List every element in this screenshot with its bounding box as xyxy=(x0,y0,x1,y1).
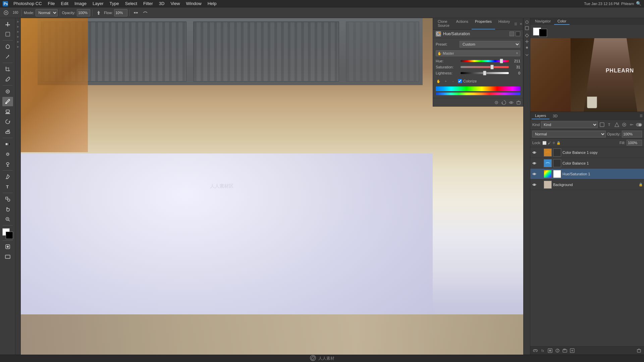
layers-menu-icon[interactable]: ☰ xyxy=(640,114,643,118)
panel-clip-icon[interactable] xyxy=(493,100,499,106)
panel-delete-icon[interactable] xyxy=(516,100,522,106)
eyedropper-3-icon[interactable]: - xyxy=(450,78,456,84)
tab-actions[interactable]: Actions xyxy=(453,18,472,29)
text-tool[interactable]: T xyxy=(2,182,13,191)
saturation-thumb[interactable] xyxy=(490,65,494,69)
opacity-input[interactable] xyxy=(77,9,90,16)
panel-close-icon[interactable]: ✕ xyxy=(519,21,523,26)
menu-layer[interactable]: Layer xyxy=(90,0,106,7)
lock-image-icon[interactable]: 🖌 xyxy=(548,141,551,145)
color-spectrum-bar[interactable] xyxy=(436,86,520,91)
lock-position-icon[interactable]: ✛ xyxy=(552,141,555,145)
eraser-tool[interactable] xyxy=(2,127,13,136)
menu-help[interactable]: Help xyxy=(205,0,219,7)
mode-select[interactable]: Normal xyxy=(36,9,58,16)
layers-new-btn[interactable] xyxy=(569,348,575,354)
layer-visibility-hue-sat[interactable] xyxy=(532,171,537,177)
saturation-slider[interactable] xyxy=(461,66,509,68)
menu-type[interactable]: Type xyxy=(107,0,122,7)
tool-icon-heal[interactable] xyxy=(2,9,10,17)
layer-filter-type[interactable]: T xyxy=(606,122,612,128)
tab-properties[interactable]: Properties xyxy=(472,18,495,29)
tab-history[interactable]: History xyxy=(495,18,513,29)
menu-3d[interactable]: 3D xyxy=(156,0,167,7)
layer-filter-toggle[interactable] xyxy=(636,122,642,128)
side-btn-4[interactable]: ▶ xyxy=(16,35,20,39)
channel-select-area[interactable]: ✋ Master ▼ xyxy=(436,50,520,56)
eyedropper-1-icon[interactable]: ✋ xyxy=(436,78,441,84)
flow-input[interactable] xyxy=(114,9,127,16)
layer-filter-pixel[interactable] xyxy=(599,122,605,128)
lasso-tool[interactable] xyxy=(2,42,13,51)
selection-tool[interactable] xyxy=(2,29,13,39)
lock-all-icon[interactable]: 🔒 xyxy=(556,141,560,145)
layer-visibility-cb[interactable] xyxy=(532,161,537,166)
side-btn-2[interactable]: ▶ xyxy=(16,24,20,28)
layers-link-icon[interactable] xyxy=(532,348,538,354)
strip-btn-3[interactable] xyxy=(524,33,530,38)
menu-filter[interactable]: Filter xyxy=(141,0,156,7)
layer-filter-smart[interactable] xyxy=(621,122,627,128)
brush-tool[interactable] xyxy=(2,97,13,106)
eyedropper-2-icon[interactable]: + xyxy=(443,78,448,84)
airbrush-icon[interactable] xyxy=(95,9,103,17)
side-btn-6[interactable]: ▶ xyxy=(16,45,20,49)
hand-tool[interactable] xyxy=(2,204,13,214)
dodge-tool[interactable] xyxy=(2,160,13,169)
layer-item-cb[interactable]: Color Balance 1 xyxy=(530,158,644,169)
strip-btn-2[interactable] xyxy=(524,25,530,31)
zoom-tool[interactable] xyxy=(2,215,13,224)
tab-color[interactable]: Color xyxy=(554,18,570,25)
preset-select[interactable]: Custom xyxy=(460,41,520,48)
hue-thumb[interactable] xyxy=(500,59,503,63)
layers-adjustment-btn[interactable] xyxy=(554,348,560,354)
layer-visibility-cb-copy[interactable] xyxy=(532,150,537,155)
eyedropper-tool[interactable] xyxy=(2,74,13,84)
kind-select[interactable]: Kind xyxy=(541,121,598,128)
layers-mask-btn[interactable] xyxy=(547,348,553,354)
panel-prev-icon[interactable] xyxy=(501,100,507,106)
panel-mask-btn[interactable] xyxy=(509,32,514,36)
layer-item-cb-copy[interactable]: Color Balance 1 copy xyxy=(530,147,644,158)
colorize-checkbox[interactable] xyxy=(458,79,462,83)
tab-layers[interactable]: Layers xyxy=(532,113,549,119)
panel-alt-btn[interactable] xyxy=(516,32,520,36)
background-color[interactable] xyxy=(6,232,13,239)
move-tool[interactable] xyxy=(2,19,13,29)
strip-btn-1[interactable] xyxy=(524,19,530,25)
strip-btn-4[interactable] xyxy=(524,39,530,44)
fill-input[interactable] xyxy=(627,140,642,146)
color-swatches[interactable] xyxy=(2,228,13,239)
lock-transparent-icon[interactable]: ⬜ xyxy=(542,141,546,145)
menu-view[interactable]: View xyxy=(168,0,182,7)
quick-mask-btn[interactable] xyxy=(2,242,13,251)
crop-tool[interactable] xyxy=(2,64,13,74)
stamp-tool[interactable] xyxy=(2,107,13,116)
layer-item-hue-sat[interactable]: Hue/Saturation 1 xyxy=(530,169,644,179)
menu-window[interactable]: Window xyxy=(183,0,204,7)
airbrush-toggle[interactable] xyxy=(132,9,140,17)
menu-file[interactable]: File xyxy=(45,0,58,7)
tab-navigator[interactable]: Navigator xyxy=(532,18,554,25)
heal-brush-tool[interactable] xyxy=(2,87,13,96)
blur-tool[interactable] xyxy=(2,149,13,159)
layers-group-btn[interactable] xyxy=(562,348,568,354)
magic-wand-tool[interactable] xyxy=(2,52,13,61)
blend-mode-select[interactable]: Normal xyxy=(532,131,606,137)
tab-3d[interactable]: 3D xyxy=(549,113,561,119)
menu-edit[interactable]: Edit xyxy=(58,0,71,7)
side-btn-3[interactable]: ▶ xyxy=(16,29,20,34)
layers-fx-btn[interactable]: fx xyxy=(540,348,546,354)
color-result-bar[interactable] xyxy=(436,93,520,95)
lightness-slider[interactable] xyxy=(461,72,509,74)
layer-filter-adjustment[interactable] xyxy=(629,122,635,128)
lightness-thumb[interactable] xyxy=(483,71,486,75)
gradient-tool[interactable] xyxy=(2,139,13,149)
bg-color-chip[interactable] xyxy=(539,29,547,37)
layer-filter-shape[interactable] xyxy=(614,122,620,128)
side-btn-5[interactable]: ▶ xyxy=(16,40,20,44)
pen-tool[interactable] xyxy=(2,172,13,181)
strip-btn-5[interactable] xyxy=(524,45,530,50)
panel-menu-icon[interactable]: ☰ xyxy=(513,21,518,26)
search-icon[interactable]: 🔍 xyxy=(636,1,641,6)
